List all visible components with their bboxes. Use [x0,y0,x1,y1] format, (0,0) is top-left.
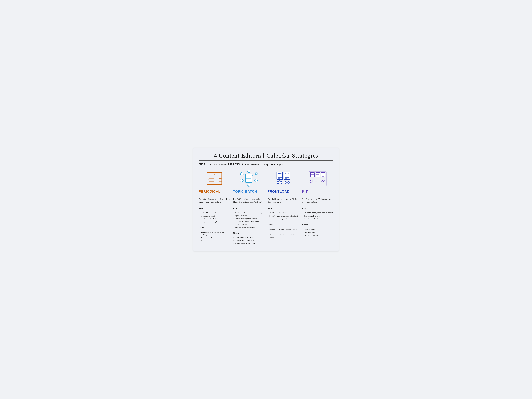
svg-marker-89 [324,180,325,181]
svg-point-42 [240,173,243,175]
svg-text:△: △ [214,179,215,180]
topic-batch-example: E.g., "We'll publish turtle content in M… [233,198,264,203]
kit-cons-list: It's all on promo Starts to feel old Eas… [302,228,333,237]
periodical-cons-title: Cons: [199,226,230,229]
svg-text:PILLAR: PILLAR [285,173,289,174]
svg-point-61 [280,181,282,184]
topic-batch-underline [233,195,264,195]
svg-text:W: W [213,173,215,175]
kit-illustration: ☆ [302,169,333,188]
periodical-con-2: Delays comprehensiveness [199,236,230,239]
svg-rect-75 [316,172,320,177]
goal-text-after: of valuable content that helps people + … [241,163,283,166]
topic-batch-con-1: Can be draining on talent [233,236,264,239]
goal-text-before: Plan and produce a [209,163,227,166]
periodical-example: E.g., "One pillar page a month, two shor… [199,198,230,203]
svg-rect-87 [318,180,321,183]
topic-batch-pros-title: Pros: [233,207,264,210]
svg-line-43 [243,174,246,176]
svg-point-85 [310,180,313,183]
svg-marker-86 [315,180,317,183]
frontload-pro-2: Lots of room to promo/test topics, itera… [268,215,299,217]
kit-con-3: Easy to forget content [302,234,333,236]
topic-batch-illustration: ULTIMATE GUIDE ☆ [233,169,264,188]
svg-point-31 [255,173,257,175]
svg-text:T: T [216,173,217,175]
periodical-cons-list: "Filling spaces" risks unnecessary work/… [199,231,230,242]
topic-batch-con-3: There's always a "last" topic [233,242,264,245]
col-kit: ☆ Kit E.g., "We need these 27 pieces thi… [302,169,333,237]
frontload-title: Frontload [268,190,299,193]
svg-text:✓: ✓ [208,179,209,181]
frontload-example: E.g., "Publish all pillar pages in Q1, t… [268,198,299,203]
svg-rect-70 [310,172,314,177]
periodical-pro-2: Lets you plan ahead [199,215,230,217]
svg-line-33 [252,174,255,176]
kit-pro-1: NO CALENDAR, just get it done! [302,212,333,214]
kit-pros-title: Pros: [302,207,333,210]
topic-batch-pro-1: Creators can immerse selves in a single … [233,212,264,217]
periodical-con-3: Content treadmill [199,240,230,242]
svg-text:ULTIMATE: ULTIMATE [246,176,251,177]
goal-library: Library [228,163,240,166]
svg-point-60 [277,181,279,184]
main-page: 4 Content Editorial Calendar Strategies … [193,148,339,251]
topic-batch-pro-3: Background SEO [233,223,264,226]
col-frontload: PILLAR PILLAR [268,169,299,240]
kit-underline [302,195,333,195]
kit-title: Kit [302,190,333,193]
periodical-con-1: "Filling spaces" risks unnecessary work/… [199,231,230,236]
periodical-illustration: M T W T F ✓ ✓ § △ [199,169,230,188]
topic-batch-title: Topic Batch [233,190,264,193]
topic-batch-pro-2: Immediate comprehensiveness, perceived a… [233,217,264,223]
periodical-title: Periodical [199,190,230,193]
kit-con-2: Starts to feel old [302,231,333,234]
main-title: 4 Content Editorial Calendar Strategies [199,152,333,159]
svg-point-62 [284,181,286,184]
svg-text:GUIDE: GUIDE [247,177,250,178]
kit-con-1: It's all on promo [302,228,333,231]
goal-label: Goal: [199,163,208,166]
frontload-cons-list: Split focus: creators jump from topic to… [268,228,299,239]
svg-point-63 [287,181,290,184]
topic-batch-con-2: Requires promo for variety [233,239,264,242]
frontload-illustration: PILLAR PILLAR [268,169,299,188]
topic-batch-cons-list: Can be draining on talent Requires promo… [233,236,264,245]
periodical-pros-title: Pros: [199,207,230,210]
periodical-pro-3: Regularly-updated site [199,218,230,220]
topic-batch-pro-4: Great for promo campaigns [233,226,264,228]
frontload-pros-list: SEO heavy hitters first Lots of room to … [268,212,299,220]
frontload-con-2: Delays comprehensiveness and internal li… [268,234,299,239]
periodical-pro-4: Always new stuff to plug! [199,221,230,223]
svg-point-40 [240,179,243,182]
svg-text:M: M [208,173,209,175]
periodical-pro-1: Predictable workload [199,212,230,214]
topic-batch-cons-title: Cons: [233,232,264,234]
frontload-underline [268,195,299,195]
frontload-pro-1: SEO heavy hitters first [268,212,299,214]
svg-text:§: § [214,176,214,178]
svg-text:☆: ☆ [248,171,249,172]
svg-text:☆: ☆ [323,173,324,175]
svg-text:F: F [220,173,220,175]
frontload-cons-title: Cons: [268,223,299,226]
col-topic-batch: ULTIMATE GUIDE ☆ [233,169,264,246]
frontload-con-1: Split focus: creators jump from topic to… [268,228,299,233]
kit-pros-list: NO CALENDAR, just get it done! Everythin… [302,212,333,220]
svg-line-36 [252,180,255,181]
divider [199,160,333,161]
svg-text:PILLAR: PILLAR [278,173,281,174]
col-periodical: M T W T F ✓ ✓ § △ [199,169,230,243]
svg-text:✓: ✓ [208,176,209,178]
kit-pro-2: Everything's live, now [302,215,333,217]
frontload-pros-title: Pros: [268,207,299,210]
kit-pro-3: Low staff overhead [302,218,333,220]
kit-cons-title: Cons: [302,223,333,226]
periodical-pros-list: Predictable workload Lets you plan ahead… [199,212,230,223]
periodical-underline [199,195,230,195]
svg-text:T: T [211,173,212,175]
kit-example: E.g., "We need these 27 pieces this year… [302,198,333,203]
strategy-columns: M T W T F ✓ ✓ § △ [199,169,333,246]
frontload-pro-3: Always something new! [268,218,299,220]
svg-rect-21 [246,174,252,183]
